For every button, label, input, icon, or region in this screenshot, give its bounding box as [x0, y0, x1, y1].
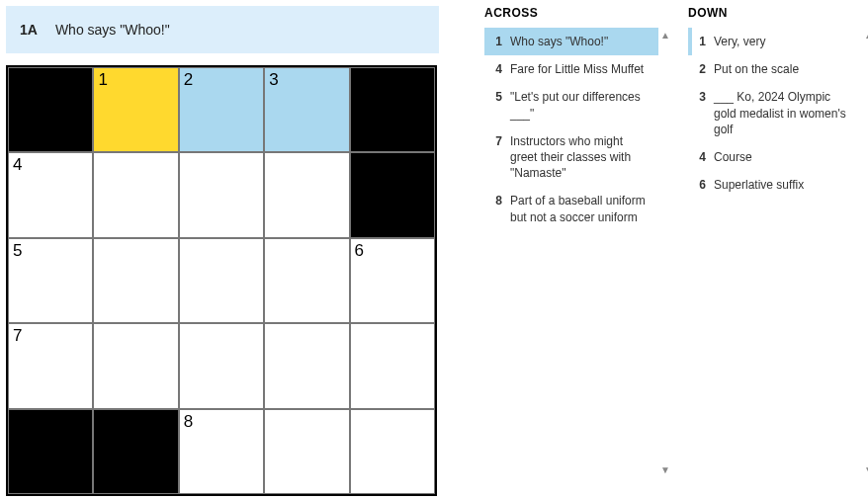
grid-cell[interactable]	[264, 323, 349, 408]
cell-number: 8	[184, 412, 193, 432]
cell-number: 1	[98, 70, 107, 90]
clue-number: 3	[692, 89, 714, 137]
down-scroll-up[interactable]: ▲	[862, 28, 868, 42]
down-clue-item[interactable]: 3___ Ko, 2024 Olympic gold medalist in w…	[688, 83, 862, 143]
grid-cell	[8, 409, 93, 494]
clue-number: 4	[692, 149, 714, 165]
across-clue-list: 1Who says "Whoo!"4Fare for Little Miss M…	[484, 28, 658, 231]
grid-cell[interactable]	[264, 409, 349, 494]
grid-cell[interactable]	[179, 152, 264, 237]
across-scroll-down[interactable]: ▼	[658, 462, 672, 476]
clue-text: Course	[714, 149, 856, 165]
down-scroll-down[interactable]: ▼	[862, 462, 868, 476]
grid-cell[interactable]	[179, 323, 264, 408]
clue-number: 1	[692, 34, 714, 49]
across-column: ACROSS 1Who says "Whoo!"4Fare for Little…	[484, 6, 658, 231]
grid-cell	[8, 67, 93, 152]
across-clue-item[interactable]: 1Who says "Whoo!"	[484, 28, 658, 55]
clue-number: 4	[488, 61, 510, 77]
cell-number: 6	[355, 241, 364, 261]
clue-number: 5	[488, 89, 510, 121]
clue-number: 7	[488, 133, 510, 182]
grid-cell	[350, 152, 435, 237]
grid-cell	[93, 409, 178, 494]
down-clue-item[interactable]: 2Put on the scale	[688, 55, 862, 83]
current-clue-bar: 1A Who says "Whoo!"	[6, 6, 439, 53]
clue-text: ___ Ko, 2024 Olympic gold medalist in wo…	[714, 89, 856, 137]
grid-cell[interactable]	[264, 152, 349, 237]
cell-number: 3	[269, 70, 278, 90]
across-scroll-up[interactable]: ▲	[658, 28, 672, 42]
grid-cell[interactable]: 4	[8, 152, 93, 237]
grid-cell[interactable]	[264, 238, 349, 323]
down-clue-list: 1Very, very2Put on the scale3___ Ko, 202…	[688, 28, 862, 199]
current-clue-number: 1A	[20, 22, 38, 38]
grid-cell	[350, 67, 435, 152]
down-heading: DOWN	[688, 6, 862, 20]
cell-number: 7	[13, 326, 22, 346]
grid-cell[interactable]: 1	[93, 67, 178, 152]
grid-cell[interactable]: 7	[8, 323, 93, 408]
grid-cell[interactable]	[350, 323, 435, 408]
clue-text: "Let's put our differences ___"	[510, 89, 652, 121]
grid-cell[interactable]: 6	[350, 238, 435, 323]
grid-cell[interactable]	[93, 238, 178, 323]
across-clue-item[interactable]: 7Instructors who might greet their class…	[484, 127, 658, 188]
cell-number: 2	[184, 70, 193, 90]
across-heading: ACROSS	[484, 6, 658, 20]
clue-text: Superlative suffix	[714, 177, 856, 193]
clue-text: Very, very	[714, 34, 856, 49]
clue-number: 8	[488, 193, 510, 224]
across-clue-item[interactable]: 5"Let's put our differences ___"	[484, 83, 658, 126]
across-clue-item[interactable]: 4Fare for Little Miss Muffet	[484, 55, 658, 83]
grid-cell[interactable]: 3	[264, 67, 349, 152]
grid-cell[interactable]	[350, 409, 435, 494]
clue-number: 6	[692, 177, 714, 193]
current-clue-text: Who says "Whoo!"	[55, 22, 170, 38]
cell-number: 4	[13, 155, 22, 175]
clue-text: Part of a baseball uniform but not a soc…	[510, 193, 652, 224]
down-column: DOWN 1Very, very2Put on the scale3___ Ko…	[688, 6, 862, 199]
grid-cell[interactable]: 8	[179, 409, 264, 494]
grid-cell[interactable]	[179, 238, 264, 323]
grid-cell[interactable]	[93, 152, 178, 237]
clue-number: 2	[692, 61, 714, 77]
grid-cell[interactable]: 5	[8, 238, 93, 323]
clue-text: Fare for Little Miss Muffet	[510, 61, 652, 77]
clue-text: Who says "Whoo!"	[510, 34, 652, 49]
cell-number: 5	[13, 241, 22, 261]
down-clue-item[interactable]: 6Superlative suffix	[688, 171, 862, 199]
clue-number: 1	[488, 34, 510, 49]
clue-text: Instructors who might greet their classe…	[510, 133, 652, 182]
down-clue-item[interactable]: 4Course	[688, 143, 862, 171]
grid-cell[interactable]: 2	[179, 67, 264, 152]
grid-cell[interactable]	[93, 323, 178, 408]
down-clue-item[interactable]: 1Very, very	[688, 28, 862, 55]
across-clue-item[interactable]: 8Part of a baseball uniform but not a so…	[484, 187, 658, 230]
clue-text: Put on the scale	[714, 61, 856, 77]
crossword-grid[interactable]: 12345678	[6, 65, 437, 496]
